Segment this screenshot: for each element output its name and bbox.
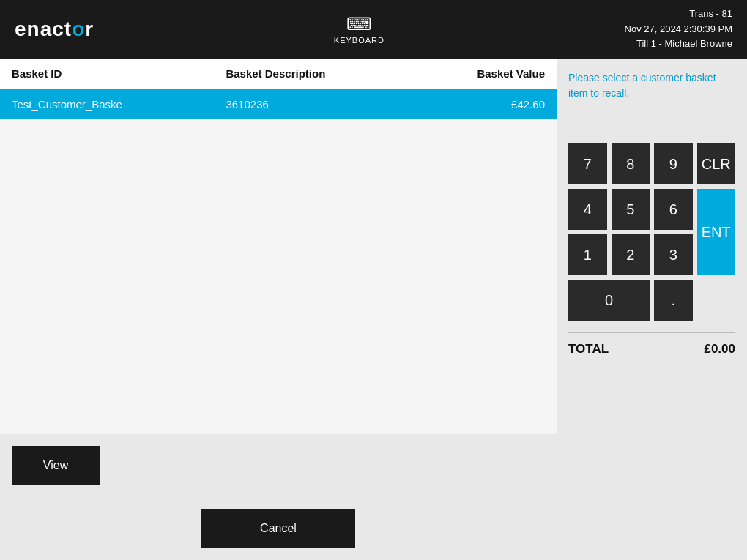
numpad-8[interactable]: 8 <box>612 143 650 184</box>
trans-date: Nov 27, 2024 2:30:39 PM <box>625 22 732 37</box>
numpad-4[interactable]: 4 <box>568 189 607 230</box>
transaction-info: Trans - 81 Nov 27, 2024 2:30:39 PM Till … <box>625 7 732 52</box>
numpad-7[interactable]: 7 <box>568 143 607 184</box>
numpad-ent[interactable]: ENT <box>697 189 736 275</box>
total-row: TOTAL £0.00 <box>568 342 735 356</box>
numpad-dot[interactable]: . <box>654 280 693 321</box>
numpad-clr[interactable]: CLR <box>697 143 736 184</box>
header: enactor ⌨ KEYBOARD Trans - 81 Nov 27, 20… <box>0 0 747 59</box>
cancel-button[interactable]: Cancel <box>201 509 355 548</box>
keyboard-section[interactable]: ⌨ KEYBOARD <box>334 14 384 45</box>
numpad-5[interactable]: 5 <box>612 189 650 230</box>
table-row[interactable]: Test_Customer_Baske3610236£42.60 <box>0 89 557 120</box>
bottom-area: View Cancel <box>0 434 557 560</box>
main-area: Basket ID Basket Description Basket Valu… <box>0 59 747 560</box>
basket-value-cell: £42.60 <box>411 89 557 120</box>
trans-number: Trans - 81 <box>625 7 732 22</box>
table-header-row: Basket ID Basket Description Basket Valu… <box>0 59 557 89</box>
right-panel: Please select a customer basket item to … <box>557 59 747 560</box>
keyboard-label: KEYBOARD <box>334 36 384 45</box>
numpad-2[interactable]: 2 <box>612 234 650 275</box>
col-header-value: Basket Value <box>411 59 557 89</box>
basket-id-cell: Test_Customer_Baske <box>0 89 214 120</box>
numpad-0[interactable]: 0 <box>568 280 650 321</box>
numpad-6[interactable]: 6 <box>654 189 693 230</box>
numpad-1[interactable]: 1 <box>568 234 607 275</box>
left-panel: Basket ID Basket Description Basket Valu… <box>0 59 557 560</box>
total-value: £0.00 <box>704 342 735 356</box>
left-panel-content: Basket ID Basket Description Basket Valu… <box>0 59 557 560</box>
till-user: Till 1 - Michael Browne <box>625 37 732 52</box>
logo-accent: o <box>72 18 85 40</box>
left-bottom-buttons: View <box>0 434 557 497</box>
total-divider <box>568 332 735 333</box>
col-header-id: Basket ID <box>0 59 214 89</box>
logo: enactor <box>15 18 94 41</box>
keyboard-icon: ⌨ <box>346 14 372 34</box>
view-button[interactable]: View <box>12 446 100 485</box>
total-label: TOTAL <box>568 342 609 356</box>
numpad-9[interactable]: 9 <box>654 143 693 184</box>
numpad-3[interactable]: 3 <box>654 234 693 275</box>
cancel-row: Cancel <box>0 497 557 560</box>
basket-desc-cell: 3610236 <box>214 89 410 120</box>
hint-text: Please select a customer basket item to … <box>568 70 735 129</box>
table-area: Basket ID Basket Description Basket Valu… <box>0 59 557 119</box>
basket-table: Basket ID Basket Description Basket Valu… <box>0 59 557 119</box>
numpad: 7 8 9 CLR 4 5 6 ENT 1 2 3 0 . <box>568 143 735 321</box>
col-header-desc: Basket Description <box>214 59 410 89</box>
